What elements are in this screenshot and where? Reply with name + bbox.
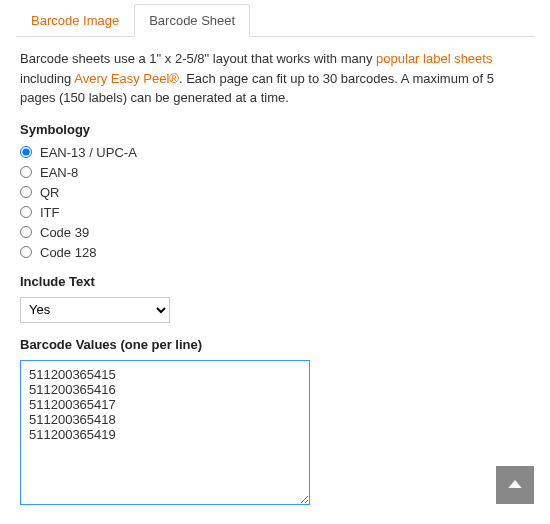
symbology-option-ean13[interactable]: EAN-13 / UPC-A	[20, 145, 530, 160]
barcode-values-label: Barcode Values (one per line)	[20, 337, 530, 352]
symbology-option-label: QR	[40, 185, 60, 200]
symbology-radio-group: EAN-13 / UPC-AEAN-8QRITFCode 39Code 128	[20, 145, 530, 260]
link-popular-label-sheets[interactable]: popular label sheets	[376, 51, 492, 66]
symbology-radio-ean13[interactable]	[20, 146, 32, 158]
include-text-label: Include Text	[20, 274, 530, 289]
symbology-radio-itf[interactable]	[20, 206, 32, 218]
symbology-option-qr[interactable]: QR	[20, 185, 530, 200]
tab-content: Barcode sheets use a 1" x 2-5/8" layout …	[0, 37, 550, 524]
tab-barcode-sheet[interactable]: Barcode Sheet	[134, 4, 250, 37]
link-avery-easy-peel[interactable]: Avery Easy Peel®	[74, 71, 179, 86]
symbology-radio-ean8[interactable]	[20, 166, 32, 178]
symbology-radio-qr[interactable]	[20, 186, 32, 198]
symbology-label: Symbology	[20, 122, 530, 137]
symbology-option-label: EAN-8	[40, 165, 78, 180]
intro-part2: including	[20, 71, 74, 86]
symbology-option-itf[interactable]: ITF	[20, 205, 530, 220]
barcode-values-textarea[interactable]	[20, 360, 310, 505]
symbology-option-label: Code 39	[40, 225, 89, 240]
intro-text: Barcode sheets use a 1" x 2-5/8" layout …	[20, 49, 530, 108]
symbology-option-ean8[interactable]: EAN-8	[20, 165, 530, 180]
symbology-option-c128[interactable]: Code 128	[20, 245, 530, 260]
chevron-up-icon	[507, 476, 523, 495]
symbology-option-label: EAN-13 / UPC-A	[40, 145, 137, 160]
tab-barcode-image[interactable]: Barcode Image	[16, 4, 134, 37]
symbology-option-label: Code 128	[40, 245, 96, 260]
scroll-to-top-button[interactable]	[496, 466, 534, 504]
symbology-option-c39[interactable]: Code 39	[20, 225, 530, 240]
include-text-select[interactable]: YesNo	[20, 297, 170, 323]
symbology-radio-c39[interactable]	[20, 226, 32, 238]
symbology-radio-c128[interactable]	[20, 246, 32, 258]
intro-part1: Barcode sheets use a 1" x 2-5/8" layout …	[20, 51, 376, 66]
tabs: Barcode Image Barcode Sheet	[16, 0, 534, 37]
symbology-option-label: ITF	[40, 205, 60, 220]
